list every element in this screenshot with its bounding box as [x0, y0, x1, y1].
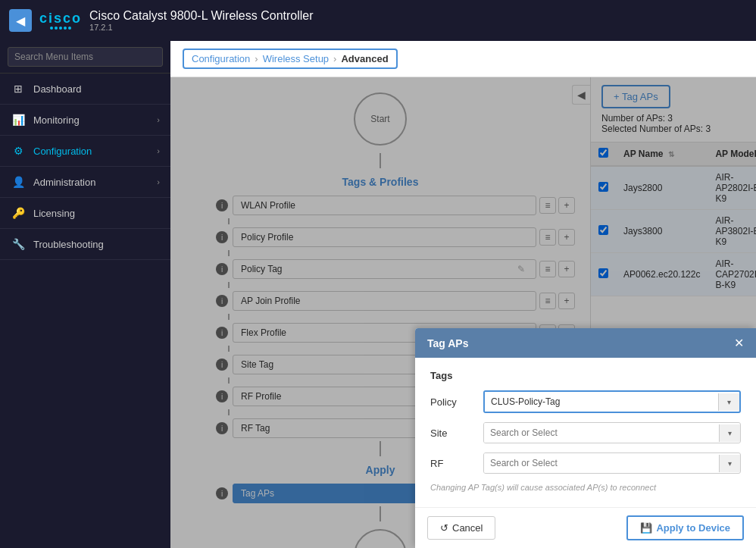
cisco-logo: cisco — [39, 11, 82, 30]
rf-label: RF — [430, 458, 476, 469]
sidebar-item-label: Monitoring — [33, 114, 157, 126]
breadcrumb-wireless-setup[interactable]: Wireless Setup — [263, 53, 329, 64]
policy-input[interactable] — [485, 392, 718, 412]
sidebar-search-box[interactable] — [0, 41, 170, 74]
sidebar-item-label: Licensing — [33, 208, 160, 219]
cancel-button[interactable]: ↺ Cancel — [427, 516, 495, 540]
modal-close-button[interactable]: ✕ — [734, 336, 744, 350]
sidebar-item-label: Dashboard — [33, 83, 160, 95]
sidebar-item-licensing[interactable]: 🔑 Licensing — [0, 198, 170, 229]
back-icon: ◀ — [16, 14, 25, 28]
sidebar: ⊞ Dashboard 📊 Monitoring › ⚙ Configurati… — [0, 41, 170, 548]
app-title-block: Cisco Catalyst 9800-L Wireless Controlle… — [89, 9, 314, 32]
app-version: 17.2.1 — [89, 23, 314, 32]
policy-select-wrapper: ▾ — [483, 390, 741, 413]
sidebar-nav: ⊞ Dashboard 📊 Monitoring › ⚙ Configurati… — [0, 74, 170, 548]
breadcrumb: Configuration › Wireless Setup › Advance… — [170, 41, 756, 77]
sidebar-item-troubleshooting[interactable]: 🔧 Troubleshooting — [0, 229, 170, 260]
rf-form-row: RF ▾ — [430, 452, 741, 474]
rf-dropdown-btn[interactable]: ▾ — [719, 455, 740, 472]
rf-input[interactable] — [484, 453, 719, 473]
breadcrumb-advanced: Advanced — [341, 53, 388, 64]
sidebar-item-label: Troubleshooting — [33, 239, 160, 250]
chevron-right-icon: › — [157, 177, 160, 186]
modal-section-tags: Tags — [430, 370, 741, 381]
site-select-wrapper: ▾ — [483, 422, 741, 443]
configuration-icon: ⚙ — [11, 143, 26, 158]
administration-icon: 👤 — [11, 174, 26, 189]
site-label: Site — [430, 427, 476, 439]
dashboard-icon: ⊞ — [11, 81, 26, 96]
monitoring-icon: 📊 — [11, 112, 26, 127]
rf-select-wrapper: ▾ — [483, 452, 741, 474]
save-icon: 💾 — [640, 522, 652, 534]
apply-to-device-button[interactable]: 💾 Apply to Device — [626, 515, 744, 540]
modal-body: Tags Policy ▾ Site — [415, 358, 756, 507]
licensing-icon: 🔑 — [11, 205, 26, 221]
search-input[interactable] — [8, 47, 163, 67]
site-input[interactable] — [484, 423, 719, 443]
modal-header: Tag APs ✕ — [415, 328, 756, 358]
modal-overlay: Tag APs ✕ Tags Policy ▾ — [170, 77, 756, 548]
policy-dropdown-btn[interactable]: ▾ — [718, 393, 739, 411]
site-dropdown-btn[interactable]: ▾ — [719, 424, 740, 442]
sidebar-item-label: Administration — [33, 177, 157, 188]
modal-footer: ↺ Cancel 💾 Apply to Device — [415, 507, 756, 548]
sidebar-item-administration[interactable]: 👤 Administration › — [0, 167, 170, 198]
undo-icon: ↺ — [440, 522, 448, 534]
app-layout: ⊞ Dashboard 📊 Monitoring › ⚙ Configurati… — [0, 41, 756, 548]
sidebar-item-monitoring[interactable]: 📊 Monitoring › — [0, 105, 170, 136]
warning-text: Changing AP Tag(s) will cause associated… — [430, 483, 741, 492]
main-content: Configuration › Wireless Setup › Advance… — [170, 41, 756, 548]
chevron-right-icon: › — [157, 115, 160, 124]
sidebar-item-label: Configuration — [33, 146, 157, 157]
back-button[interactable]: ◀ — [9, 9, 32, 32]
sidebar-item-configuration[interactable]: ⚙ Configuration › — [0, 136, 170, 167]
policy-label: Policy — [430, 396, 476, 408]
cisco-logo-text: cisco — [39, 11, 82, 25]
chevron-right-icon: › — [157, 146, 160, 155]
troubleshooting-icon: 🔧 — [11, 236, 26, 252]
tag-aps-modal: Tag APs ✕ Tags Policy ▾ — [415, 328, 756, 548]
content-area: ◀ Start Tags & Profiles i WLAN Profile — [170, 77, 756, 548]
app-header: ◀ cisco Cisco Catalyst 9800-L Wireless C… — [0, 0, 756, 41]
site-form-row: Site ▾ — [430, 422, 741, 443]
breadcrumb-configuration[interactable]: Configuration — [192, 53, 250, 64]
sidebar-item-dashboard[interactable]: ⊞ Dashboard — [0, 74, 170, 105]
app-title: Cisco Catalyst 9800-L Wireless Controlle… — [89, 9, 314, 23]
cisco-logo-bars — [50, 27, 71, 30]
modal-title: Tag APs — [427, 337, 468, 349]
policy-form-row: Policy ▾ — [430, 390, 741, 413]
breadcrumb-border: Configuration › Wireless Setup › Advance… — [183, 49, 398, 69]
